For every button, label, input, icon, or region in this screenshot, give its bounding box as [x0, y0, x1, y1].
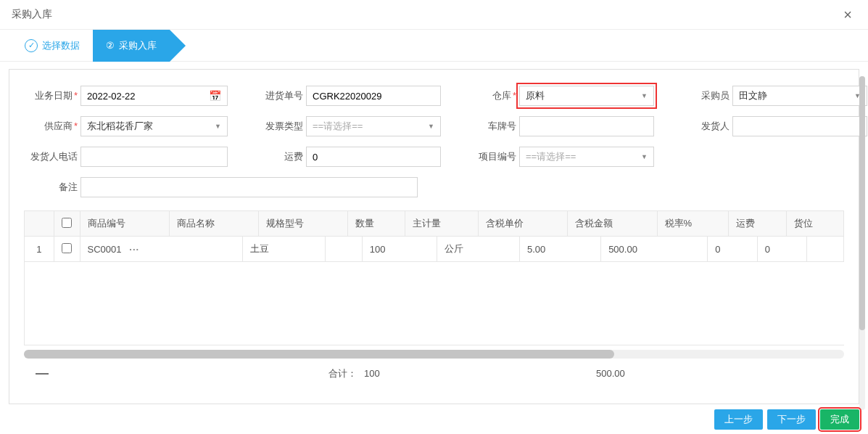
field-stock-no: 进货单号	[249, 86, 441, 106]
close-icon[interactable]: ×	[839, 6, 856, 23]
field-shipper-tel: 发货人电话	[24, 147, 228, 167]
modal-header: 采购入库 ×	[0, 0, 868, 30]
chevron-down-icon: ▼	[641, 153, 648, 160]
chevron-down-icon: ▼	[428, 123, 434, 130]
field-supplier: 供应商* 东北稻花香厂家 ▼	[24, 116, 228, 136]
field-freight: 运费	[249, 147, 441, 167]
prev-button[interactable]: 上一步	[714, 409, 763, 430]
supplier-select[interactable]: 东北稻花香厂家 ▼	[80, 116, 228, 136]
field-warehouse: 仓库* 原料 ▼	[463, 86, 654, 106]
select-all-checkbox[interactable]	[62, 218, 72, 228]
row-checkbox[interactable]	[62, 243, 72, 253]
stock-no-input[interactable]	[306, 86, 441, 106]
shipper-tel-input[interactable]	[80, 147, 228, 167]
shipper-input[interactable]	[732, 116, 867, 136]
scrollbar-thumb[interactable]	[859, 76, 865, 330]
chevron-down-icon: ▼	[641, 92, 648, 99]
biz-date-input[interactable]: 📅	[80, 86, 228, 106]
modal-title: 采购入库	[12, 8, 52, 21]
horizontal-scrollbar[interactable]	[24, 350, 844, 359]
calendar-icon[interactable]: 📅	[209, 90, 221, 102]
project-no-select[interactable]: ==请选择== ▼	[519, 147, 654, 167]
scrollbar-thumb[interactable]	[24, 350, 614, 359]
field-project-no: 项目编号 ==请选择== ▼	[463, 147, 654, 167]
warehouse-select[interactable]: 原料 ▼	[519, 86, 654, 106]
table-row[interactable]: 1 SC0001 ··· 土豆 100 公斤 5.00 500.00 0	[25, 237, 844, 262]
form-panel: 业务日期* 📅 进货单号 仓库* 原料 ▼	[9, 69, 859, 404]
field-biz-date: 业务日期* 📅	[24, 86, 228, 106]
next-button[interactable]: 下一步	[767, 409, 816, 430]
field-shipper: 发货人	[676, 116, 867, 136]
step-label: 选择数据	[42, 39, 80, 52]
check-icon	[25, 39, 38, 52]
steps-bar: 选择数据 ② 采购入库	[0, 30, 868, 62]
vertical-scrollbar[interactable]	[859, 76, 865, 410]
table-header-row: 商品编号 商品名称 规格型号 数量 主计量 含税单价 含税金额 税率% 运费 货…	[25, 211, 844, 237]
purchaser-select[interactable]: 田文静 ▼	[732, 86, 867, 106]
field-purchaser: 采购员 田文静 ▼	[676, 86, 867, 106]
plate-input[interactable]	[519, 116, 654, 136]
step-select-data[interactable]: 选择数据	[12, 30, 93, 62]
step-label: 采购入库	[119, 39, 157, 52]
step-num: ②	[106, 40, 115, 51]
totals-row: — 合计： 100 500.00	[24, 361, 844, 385]
step-purchase-stockin[interactable]: ② 采购入库	[93, 30, 170, 62]
remark-input[interactable]	[80, 177, 418, 197]
field-invoice-type: 发票类型 ==请选择== ▼	[249, 116, 441, 136]
done-button[interactable]: 完成	[820, 409, 859, 430]
items-table: 商品编号 商品名称 规格型号 数量 主计量 含税单价 含税金额 税率% 运费 货…	[24, 210, 844, 345]
field-remark: 备注	[24, 177, 844, 197]
ellipsis-icon[interactable]: ···	[129, 244, 139, 255]
field-plate: 车牌号	[463, 116, 654, 136]
footer-actions: 上一步 下一步 完成	[714, 409, 859, 430]
remove-row-icon[interactable]: —	[24, 366, 60, 381]
invoice-type-select[interactable]: ==请选择== ▼	[306, 116, 441, 136]
chevron-down-icon: ▼	[215, 123, 221, 130]
modal-purchase-stockin: 采购入库 × 选择数据 ② 采购入库 业务日期* 📅	[0, 0, 868, 434]
freight-input[interactable]	[306, 147, 441, 167]
